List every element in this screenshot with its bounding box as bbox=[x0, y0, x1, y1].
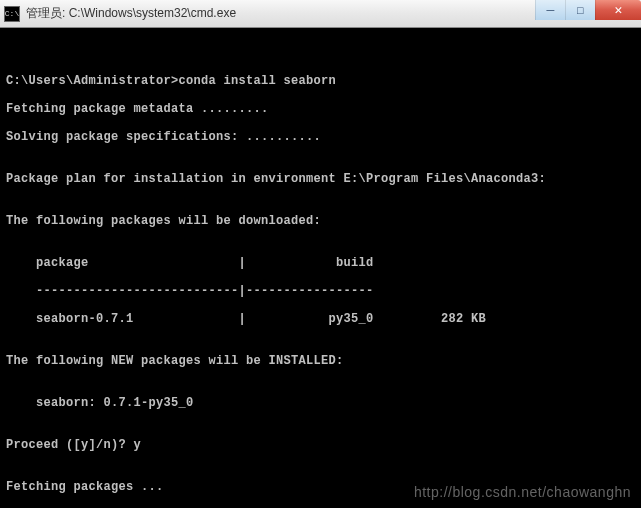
cmd-icon: C:\ bbox=[4, 6, 20, 22]
table-separator: ---------------------------|------------… bbox=[6, 284, 635, 298]
maximize-button[interactable]: ☐ bbox=[565, 0, 595, 20]
window-titlebar[interactable]: C:\ 管理员: C:\Windows\system32\cmd.exe — ☐… bbox=[0, 0, 641, 28]
terminal-line: The following packages will be downloade… bbox=[6, 214, 635, 228]
terminal-line: Package plan for installation in environ… bbox=[6, 172, 635, 186]
proceed-prompt: Proceed ([y]/n)? y bbox=[6, 438, 635, 452]
terminal-line: Solving package specifications: ........… bbox=[6, 130, 635, 144]
minimize-button[interactable]: — bbox=[535, 0, 565, 20]
close-button[interactable]: ✕ bbox=[595, 0, 641, 20]
terminal-line: Fetching package metadata ......... bbox=[6, 102, 635, 116]
terminal-line: The following NEW packages will be INSTA… bbox=[6, 354, 635, 368]
terminal-line: seaborn: 0.7.1-py35_0 bbox=[6, 396, 635, 410]
terminal-output[interactable]: C:\Users\Administrator>conda install sea… bbox=[0, 28, 641, 508]
table-header: package | build bbox=[6, 256, 635, 270]
table-row: seaborn-0.7.1 | py35_0 282 KB bbox=[6, 312, 635, 326]
watermark-text: http://blog.csdn.net/chaowanghn bbox=[414, 484, 631, 500]
window-caption-buttons: — ☐ ✕ bbox=[535, 0, 641, 20]
prompt-line: C:\Users\Administrator>conda install sea… bbox=[6, 74, 635, 88]
